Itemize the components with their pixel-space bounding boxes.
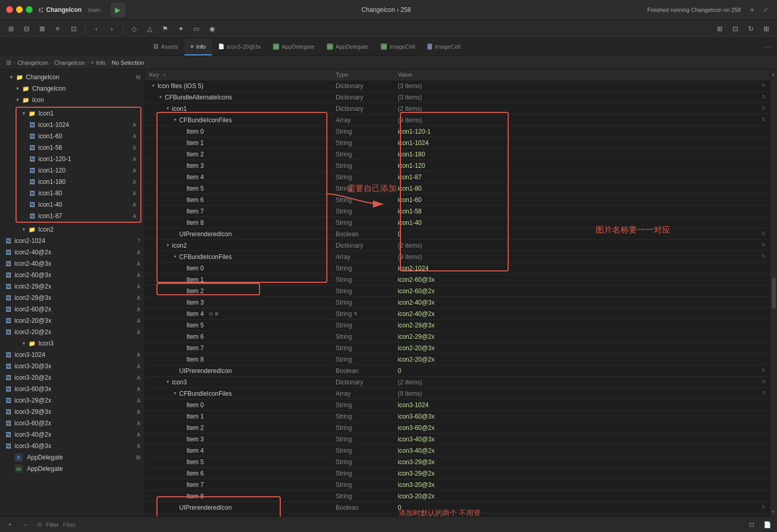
table-row[interactable]: Item 7Stringicon2-20@3x <box>145 342 770 354</box>
scroll-down-arrow[interactable]: ▼ <box>771 509 776 514</box>
sidebar-item-icon1-120[interactable]: 🖼 icon1-120 A <box>17 165 140 176</box>
toolbar-btn-assets[interactable]: ◇ <box>127 22 141 36</box>
expand-arrow-icon[interactable]: ▼ <box>150 83 156 89</box>
tab-more-icon[interactable]: ⋯ <box>765 44 771 51</box>
sidebar-item-icon-group[interactable]: ▼ 📁 Icon <box>0 94 145 106</box>
sidebar-item-appdelegate-m[interactable]: m AppDelegate <box>0 463 145 475</box>
sidebar-item-icon3[interactable]: ▼ 📁 Icon3 <box>0 338 145 349</box>
expand-arrow-icon[interactable]: ▼ <box>165 379 171 385</box>
sidebar-item-icon3-1024[interactable]: 🖼 icon3-1024 A <box>0 349 145 361</box>
table-row[interactable]: Item 8Stringicon3-20@2x <box>145 491 770 502</box>
sidebar-item-icon1-87[interactable]: 🖼 icon1-87 A <box>17 210 140 222</box>
table-row[interactable]: UIPrerenderedIconBoolean0⇅ <box>145 502 770 513</box>
sidebar-item-icon2-20-3x[interactable]: 🖼 icon2-20@3x A <box>0 315 145 326</box>
table-row[interactable]: Item 2Stringicon1-180 <box>145 149 770 160</box>
tab-appdelegate-1[interactable]: m AppDelegate <box>267 38 321 55</box>
sidebar-item-icon3-40-2x[interactable]: 🖼 icon3-40@2x A <box>0 429 145 440</box>
table-row[interactable]: ▼CFBundleIconFilesArray(9 items)⇅ <box>145 388 770 399</box>
toolbar-right-1[interactable]: ⊞ <box>713 22 726 36</box>
sidebar-item-icon1-120-1[interactable]: 🖼 icon1-120-1 A <box>17 153 140 165</box>
minimize-button[interactable] <box>16 6 23 13</box>
sidebar-item-icon2-40-3x[interactable]: 🖼 icon2-40@3x A <box>0 258 145 269</box>
toolbar-right-2[interactable]: ⊡ <box>728 22 742 36</box>
breadcrumb-changeicon-2[interactable]: ChangeIcon <box>54 60 85 66</box>
sidebar-item-icon2-60-2x[interactable]: 🖼 icon2-60@2x A <box>0 304 145 315</box>
table-row[interactable]: Item 1Stringicon3-60@3x <box>145 411 770 422</box>
table-row[interactable]: Item 7Stringicon1-58 <box>145 206 770 217</box>
sidebar-item-icon3-20-3x[interactable]: 🖼 icon3-20@3x A <box>0 361 145 372</box>
table-row[interactable]: Item 6Stringicon2-29@2x <box>145 331 770 342</box>
table-row[interactable]: UIPrerenderedIconBoolean0⇅ <box>145 365 770 377</box>
toolbar-btn-3[interactable]: ⊠ <box>35 22 49 36</box>
table-row[interactable]: ▼icon2Dictionary(2 items)⇅ <box>145 240 770 251</box>
sidebar-item-icon1-1024[interactable]: 🖼 icon1-1024 A <box>17 119 140 131</box>
col-value[interactable]: Value <box>394 69 770 80</box>
toolbar-right-3[interactable]: ↻ <box>744 22 757 36</box>
table-row[interactable]: Item 1Stringicon1-1024 <box>145 137 770 149</box>
table-row[interactable]: Item 8Stringicon1-40 <box>145 217 770 228</box>
col-type[interactable]: Type <box>332 69 394 80</box>
col-key[interactable]: Key ⇅ <box>145 69 332 80</box>
tab-imagecell-1[interactable]: m ImageCell <box>375 38 421 55</box>
add-item-button[interactable]: + <box>4 519 16 530</box>
sidebar-item-icon1-40[interactable]: 🖼 icon1-40 A <box>17 199 140 210</box>
scrollbar-right[interactable]: ▲ ▼ <box>770 69 777 516</box>
expand-arrow-icon[interactable]: ▶ <box>157 516 164 517</box>
tab-info[interactable]: ≡ Info <box>184 38 212 55</box>
toolbar-btn-shape[interactable]: ▭ <box>190 22 203 36</box>
sidebar-item-icon3-29-3x[interactable]: 🖼 icon3-29@3x A <box>0 406 145 418</box>
table-row[interactable]: Item 6Stringicon3-29@2x <box>145 468 770 479</box>
sidebar-item-icon2-29-2x[interactable]: 🖼 icon2-29@2x A <box>0 281 145 292</box>
sidebar-item-icon2-1024[interactable]: 🖼 icon2-1024 ? <box>0 235 145 247</box>
table-row[interactable]: ▼icon1Dictionary(2 items)⇅ <box>145 103 770 114</box>
expand-arrow-icon[interactable]: ▼ <box>165 106 171 112</box>
table-row[interactable]: ▼CFBundleIconFilesArray(9 items)⇅ <box>145 114 770 126</box>
table-row[interactable]: ▼Icon files (iOS 5)Dictionary(3 items)⇅ <box>145 80 770 92</box>
table-row[interactable]: ▼CFBundleAlternateIconsDictionary(3 item… <box>145 92 770 103</box>
sidebar-item-icon3-40-3x[interactable]: 🖼 icon3-40@3x A <box>0 440 145 452</box>
table-row[interactable]: Item 5Stringicon3-29@3x <box>145 456 770 468</box>
filter-input[interactable] <box>63 522 742 528</box>
table-row[interactable]: Item 0Stringicon2-1024 <box>145 263 770 274</box>
filter-options-button[interactable]: ⊡ <box>746 519 757 530</box>
sidebar-item-icon1[interactable]: ▼ 📁 Icon1 <box>17 108 140 119</box>
scroll-up-arrow[interactable]: ▲ <box>771 71 776 77</box>
sidebar-item-icon3-20-2x[interactable]: 🖼 icon3-20@2x A <box>0 372 145 383</box>
table-row[interactable]: Item 2Stringicon2-60@2x <box>145 285 770 297</box>
expand-arrow-icon[interactable]: ▼ <box>172 391 178 397</box>
tab-icon3[interactable]: 📄 icon3-20@3x <box>212 38 267 55</box>
table-row[interactable]: Item 4Stringicon3-40@2x <box>145 445 770 456</box>
sidebar-item-changeicon-sub[interactable]: ▼ 📁 ChangeIcon <box>0 83 145 94</box>
expand-button[interactable]: ⤢ <box>760 5 771 15</box>
table-row[interactable]: ▼icon3Dictionary(2 items)⇅ <box>145 377 770 388</box>
sidebar-item-icon1-180[interactable]: 🖼 icon1-180 A <box>17 176 140 188</box>
toolbar-btn-star[interactable]: ✦ <box>174 22 188 36</box>
table-row[interactable]: Item 5Stringicon1-80 <box>145 183 770 194</box>
expand-arrow-icon[interactable]: ▼ <box>172 117 178 123</box>
table-row[interactable]: Item 4⊙ ⊕String⇅icon2-40@2x <box>145 308 770 320</box>
remove-item-button[interactable]: − <box>20 519 31 530</box>
row-actions[interactable]: ⊙ ⊕ <box>209 311 219 317</box>
toolbar-btn-issue[interactable]: △ <box>143 22 156 36</box>
close-button[interactable] <box>6 6 13 13</box>
sidebar-item-icon1-58[interactable]: 🖼 icon1-58 A <box>17 142 140 153</box>
toolbar-btn-media[interactable]: ◉ <box>205 22 219 36</box>
toolbar-btn-5[interactable]: ⊡ <box>66 22 81 36</box>
expand-arrow-icon[interactable]: ▼ <box>157 94 164 100</box>
add-file-button[interactable]: 📄 <box>761 519 773 530</box>
tab-imagecell-2[interactable]: h ImageCell <box>421 38 467 55</box>
tab-appdelegate-2[interactable]: m AppDelegate <box>321 38 375 55</box>
add-button[interactable]: + <box>747 5 757 15</box>
nav-forward-button[interactable]: › <box>105 22 119 36</box>
sidebar-item-icon3-60-3x[interactable]: 🖼 icon3-60@3x A <box>0 383 145 395</box>
table-row[interactable]: Item 8Stringicon2-20@2x <box>145 354 770 365</box>
table-row[interactable]: ▼CFBundleIconFilesArray(9 items)⇅ <box>145 251 770 263</box>
tab-assets[interactable]: 🖼 Assets <box>147 38 184 55</box>
run-button[interactable]: ▶ <box>111 3 125 17</box>
table-row[interactable]: Item 5Stringicon2-29@3x <box>145 320 770 331</box>
sidebar-item-icon2-40-2x[interactable]: 🖼 icon2-40@2x A <box>0 247 145 258</box>
toolbar-btn-flag[interactable]: ⚑ <box>159 22 172 36</box>
sidebar-item-changeicon-root[interactable]: ▼ 📁 ChangeIcon M <box>0 71 145 83</box>
toolbar-right-4[interactable]: ⊞ <box>759 22 773 36</box>
breadcrumb-info[interactable]: Info <box>96 60 106 66</box>
